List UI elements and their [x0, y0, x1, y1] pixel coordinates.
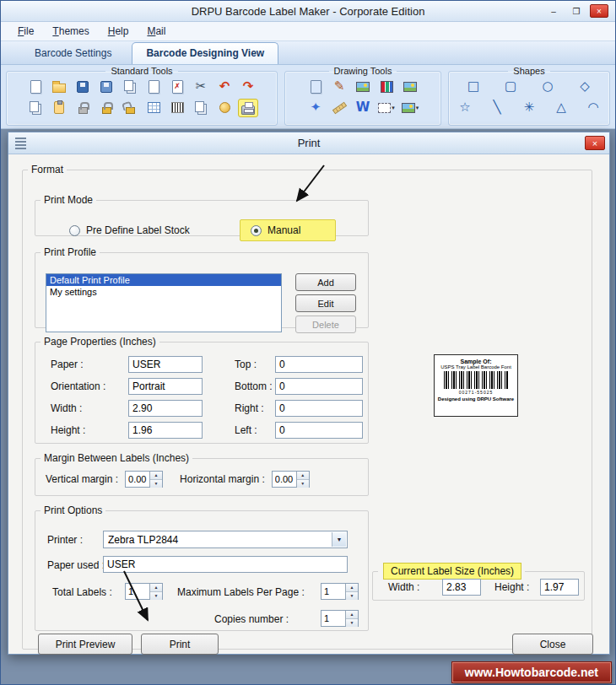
spin-up-icon[interactable]: ▲: [150, 472, 162, 480]
seal-icon[interactable]: [214, 99, 235, 117]
label-size-width-input[interactable]: [442, 579, 481, 596]
left-input[interactable]: [275, 422, 363, 439]
copies-spinner[interactable]: ▲▼: [321, 610, 359, 627]
manual-radio-icon[interactable]: [251, 225, 262, 236]
shape-arc-icon[interactable]: ◠: [583, 99, 603, 117]
label-size-height-input[interactable]: [540, 579, 579, 596]
horizontal-margin-input[interactable]: [273, 472, 296, 487]
max-labels-input[interactable]: [322, 584, 345, 599]
minimize-button[interactable]: –: [544, 4, 563, 18]
shapes-group: Shapes □▢○◇ ☆╲✳△◠: [448, 66, 610, 126]
close-dialog-button[interactable]: Close: [512, 634, 593, 655]
spin-down-icon[interactable]: ▼: [150, 480, 162, 488]
spin-down-icon[interactable]: ▼: [346, 619, 358, 627]
save-file-icon[interactable]: [73, 78, 93, 96]
lock-icon[interactable]: [73, 99, 93, 117]
duplicate-icon[interactable]: [25, 99, 46, 117]
print-button[interactable]: Print: [141, 634, 219, 655]
printer-select[interactable]: Zebra TLP2844 ▼: [103, 531, 348, 548]
copy-object-icon[interactable]: [120, 78, 140, 96]
spin-up-icon[interactable]: ▲: [346, 584, 358, 592]
combo-arrow-icon[interactable]: ▼: [332, 532, 346, 547]
orientation-input[interactable]: [128, 378, 203, 395]
top-input[interactable]: [275, 356, 363, 373]
lock-gold-icon[interactable]: [96, 99, 116, 117]
shape-rectangle-icon[interactable]: □: [463, 78, 484, 96]
list-item-my-settings[interactable]: My settings: [46, 286, 281, 298]
library-icon[interactable]: [376, 78, 397, 96]
edit-button[interactable]: Edit: [295, 294, 356, 312]
ruler-tool-icon[interactable]: [329, 99, 349, 117]
shape-rounded-rectangle-icon[interactable]: ▢: [500, 78, 521, 96]
insert-picture-icon[interactable]: [400, 78, 420, 96]
bottom-input[interactable]: [275, 378, 363, 395]
predefine-label-stock-option[interactable]: Pre Define Label Stock: [69, 224, 190, 236]
menu-file[interactable]: File: [9, 24, 42, 39]
tab-barcode-settings[interactable]: Barcode Settings: [21, 43, 125, 64]
close-button[interactable]: ×: [590, 4, 608, 18]
barcode-sample-preview: Sample Of: USPS Tray Label Barcode Font …: [434, 354, 518, 417]
clipboard-icon[interactable]: [49, 99, 69, 117]
vertical-margin-input[interactable]: [126, 472, 149, 487]
menu-mail[interactable]: Mail: [138, 24, 174, 39]
print-profile-list[interactable]: Default Print Profile My settings: [46, 273, 282, 332]
unlock-icon[interactable]: [120, 99, 140, 117]
print-tool-icon[interactable]: [238, 99, 258, 117]
list-item-default-print-profile[interactable]: Default Print Profile: [46, 274, 281, 286]
spin-down-icon[interactable]: ▼: [150, 592, 162, 600]
open-file-icon[interactable]: [49, 78, 69, 96]
delete-object-icon[interactable]: ✗: [167, 78, 187, 96]
insert-image-icon[interactable]: [353, 78, 373, 96]
cut-object-icon[interactable]: ✂: [191, 78, 211, 96]
right-input[interactable]: [275, 400, 363, 417]
barcode-list-icon[interactable]: [167, 99, 187, 117]
zoom-document-icon[interactable]: [305, 78, 326, 96]
shape-seal-icon[interactable]: ✳: [519, 99, 539, 117]
manual-option-highlight[interactable]: Manual: [240, 219, 336, 241]
total-labels-spinner[interactable]: ▲▼: [125, 583, 163, 600]
add-button[interactable]: Add: [295, 273, 356, 291]
spin-up-icon[interactable]: ▲: [346, 611, 358, 619]
spin-down-icon[interactable]: ▼: [297, 480, 309, 488]
select-tool-icon[interactable]: ✦: [305, 99, 326, 117]
text-frame-icon[interactable]: ▾: [376, 99, 397, 117]
print-mode-title: Print Mode: [41, 194, 96, 206]
max-labels-spinner[interactable]: ▲▼: [321, 583, 359, 600]
shape-line-icon[interactable]: ╲: [487, 99, 507, 117]
shape-ellipse-icon[interactable]: ○: [538, 78, 558, 96]
shape-triangle-icon[interactable]: △: [551, 99, 571, 117]
height-input[interactable]: [128, 422, 203, 439]
page-properties-title: Page Properties (Inches): [41, 336, 159, 348]
picture-menu-icon[interactable]: ▾: [400, 99, 420, 117]
tab-barcode-designing-view[interactable]: Barcode Designing View: [132, 42, 278, 64]
print-preview-button[interactable]: Print Preview: [38, 634, 132, 655]
dialog-close-button[interactable]: ×: [585, 136, 605, 150]
print-dialog: Print × Format Print Mode Pre Define Lab…: [8, 132, 610, 655]
paper-used-input[interactable]: [103, 556, 348, 573]
menu-help[interactable]: Help: [100, 24, 138, 39]
undo-icon[interactable]: ↶: [214, 78, 235, 96]
predefine-radio-icon[interactable]: [69, 225, 80, 236]
spin-up-icon[interactable]: ▲: [150, 584, 162, 592]
total-labels-input[interactable]: [126, 584, 149, 599]
copy-pages-icon[interactable]: [191, 99, 211, 117]
spin-up-icon[interactable]: ▲: [297, 472, 309, 480]
spin-down-icon[interactable]: ▼: [346, 592, 358, 600]
maximize-button[interactable]: ❐: [567, 4, 586, 18]
shape-star-icon[interactable]: ☆: [455, 99, 475, 117]
new-document-icon[interactable]: [25, 78, 46, 96]
paste-document-icon[interactable]: [143, 78, 164, 96]
redo-icon[interactable]: ↷: [238, 78, 258, 96]
width-input[interactable]: [128, 400, 203, 417]
copies-input[interactable]: [322, 611, 345, 626]
word-art-icon[interactable]: W: [353, 99, 373, 117]
menu-themes[interactable]: Themes: [44, 24, 97, 39]
vertical-margin-spinner[interactable]: ▲▼: [125, 471, 163, 488]
shape-diamond-icon[interactable]: ◇: [575, 78, 595, 96]
save-as-icon[interactable]: [96, 78, 116, 96]
grid-view-icon[interactable]: [143, 99, 164, 117]
horizontal-margin-spinner[interactable]: ▲▼: [272, 471, 310, 488]
paper-input[interactable]: [128, 356, 203, 373]
paint-brush-icon[interactable]: ✎: [329, 78, 349, 96]
drag-grip-icon[interactable]: [15, 138, 26, 149]
